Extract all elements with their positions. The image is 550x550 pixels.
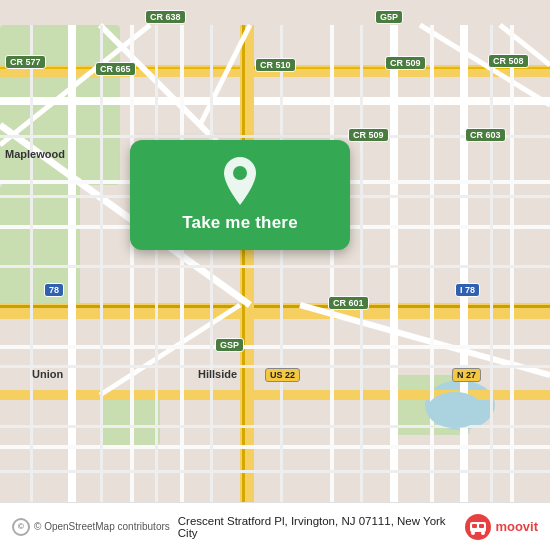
svg-rect-45: [360, 25, 363, 525]
route-badge-cr508: CR 508: [488, 54, 529, 68]
map-label-maplewood: Maplewood: [5, 148, 65, 160]
route-badge-cr638: CR 638: [145, 10, 186, 24]
route-badge-i78-1: 78: [44, 283, 64, 297]
svg-rect-44: [280, 25, 283, 525]
route-badge-us22: US 22: [265, 368, 300, 382]
route-badge-gsp-2: GSP: [215, 338, 244, 352]
svg-rect-15: [390, 25, 398, 525]
route-badge-cr603: CR 603: [465, 128, 506, 142]
svg-rect-39: [0, 470, 550, 473]
moovit-text: moovit: [495, 519, 538, 534]
svg-rect-33: [510, 25, 514, 525]
svg-point-52: [481, 531, 485, 535]
route-badge-cr665: CR 665: [95, 62, 136, 76]
svg-rect-31: [330, 25, 334, 525]
route-badge-n27: N 27: [452, 368, 481, 382]
take-me-there-container[interactable]: Take me there: [130, 140, 350, 250]
moovit-logo: moovit: [464, 513, 538, 541]
svg-rect-16: [460, 25, 468, 525]
take-me-there-card[interactable]: Take me there: [130, 140, 350, 250]
route-badge-g5p-1: G5P: [375, 10, 403, 24]
svg-point-47: [427, 392, 483, 428]
svg-rect-27: [0, 345, 550, 349]
take-me-there-label: Take me there: [182, 213, 298, 233]
route-badge-cr577: CR 577: [5, 55, 46, 69]
svg-rect-36: [0, 265, 550, 268]
map-label-union: Union: [32, 368, 63, 380]
svg-point-51: [471, 531, 475, 535]
map-container: CR 638 G5P CR 577 CR 665 CR 510 CR 509 C…: [0, 0, 550, 550]
map-background: [0, 0, 550, 550]
svg-rect-28: [0, 445, 550, 449]
svg-rect-12: [68, 25, 76, 525]
location-pin-icon: [221, 157, 259, 205]
svg-rect-29: [130, 25, 134, 525]
svg-rect-14: [242, 25, 245, 525]
moovit-bus-icon: [464, 513, 492, 541]
svg-rect-32: [430, 25, 434, 525]
route-badge-cr601-2: CR 601: [328, 296, 369, 310]
svg-rect-30: [180, 25, 184, 525]
svg-rect-46: [490, 25, 493, 525]
route-badge-cr509-2: CR 509: [348, 128, 389, 142]
svg-rect-40: [30, 25, 33, 525]
svg-rect-42: [155, 25, 158, 525]
osm-logo: © © OpenStreetMap contributors: [12, 518, 170, 536]
route-badge-i78-2: I 78: [455, 283, 480, 297]
route-badge-cr509-1: CR 509: [385, 56, 426, 70]
map-label-hillside: Hillside: [198, 368, 237, 380]
osm-circle-icon: ©: [12, 518, 30, 536]
svg-rect-43: [210, 25, 213, 525]
svg-rect-54: [479, 524, 484, 528]
address-text: Crescent Stratford Pl, Irvington, NJ 071…: [170, 515, 465, 539]
osm-text: © OpenStreetMap contributors: [34, 521, 170, 532]
svg-rect-41: [100, 25, 103, 525]
route-badge-cr510: CR 510: [255, 58, 296, 72]
bottom-bar: © © OpenStreetMap contributors Crescent …: [0, 502, 550, 550]
svg-point-48: [233, 166, 247, 180]
svg-rect-53: [472, 524, 477, 528]
